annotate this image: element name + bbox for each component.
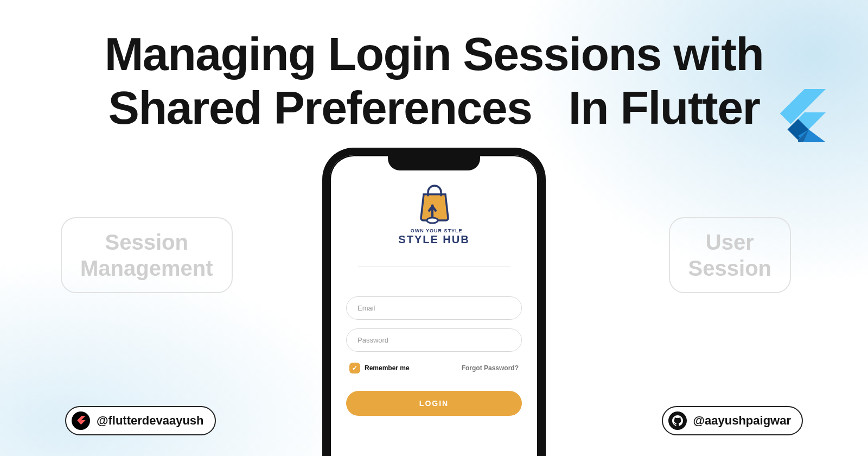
phone-side-button xyxy=(322,266,323,300)
phone-side-button xyxy=(322,307,323,341)
tag-left-line2: Management xyxy=(80,255,213,281)
handle-left-text: @flutterdevaayush xyxy=(97,414,204,428)
email-field[interactable]: Email xyxy=(346,296,522,320)
banner-canvas: Managing Login Sessions with Shared Pref… xyxy=(0,0,868,456)
divider xyxy=(358,267,510,267)
login-button[interactable]: LOGIN xyxy=(346,391,522,416)
password-field[interactable]: Password xyxy=(346,328,522,352)
tag-left-line1: Session xyxy=(80,229,213,255)
tag-session-management: Session Management xyxy=(61,217,233,293)
brand-name: STYLE HUB xyxy=(398,233,469,246)
title-in-flutter: In Flutter xyxy=(569,81,760,134)
svg-point-7 xyxy=(427,218,438,223)
phone-side-button xyxy=(545,264,546,316)
remember-forgot-row: ✓ Remember me Forgot Password? xyxy=(346,363,522,373)
forgot-password-link[interactable]: Forgot Password? xyxy=(462,364,519,372)
title-line-1: Managing Login Sessions with xyxy=(0,29,868,79)
tag-right-line1: User xyxy=(688,229,771,255)
title-line-2: Shared Preferences In Flutter xyxy=(0,83,868,132)
flutter-badge-icon xyxy=(72,411,90,430)
handle-right-text: @aayushpaigwar xyxy=(693,414,791,428)
phone-mockup: OWN YOUR STYLE STYLE HUB Email Password … xyxy=(322,148,546,456)
social-handle-github[interactable]: @aayushpaigwar xyxy=(662,406,803,435)
shopping-bag-icon xyxy=(412,183,456,226)
remember-me-checkbox[interactable]: ✓ Remember me xyxy=(349,363,410,373)
brand-tagline: OWN YOUR STYLE xyxy=(406,228,463,233)
app-logo: OWN YOUR STYLE STYLE HUB xyxy=(398,183,469,246)
social-handle-twitter[interactable]: @flutterdevaayush xyxy=(65,406,216,435)
checkbox-checked-icon: ✓ xyxy=(349,363,360,373)
tag-right-line2: Session xyxy=(688,255,771,281)
login-form: Email Password ✓ Remember me Forgot Pass… xyxy=(346,296,522,416)
main-title: Managing Login Sessions with Shared Pref… xyxy=(0,29,868,132)
github-icon xyxy=(668,411,687,430)
tag-user-session: User Session xyxy=(669,217,791,293)
title-shared-prefs: Shared Preferences xyxy=(108,81,532,134)
phone-side-button xyxy=(322,236,323,254)
remember-me-label: Remember me xyxy=(365,364,410,372)
flutter-logo-icon xyxy=(774,89,827,142)
phone-screen: OWN YOUR STYLE STYLE HUB Email Password … xyxy=(330,155,538,456)
